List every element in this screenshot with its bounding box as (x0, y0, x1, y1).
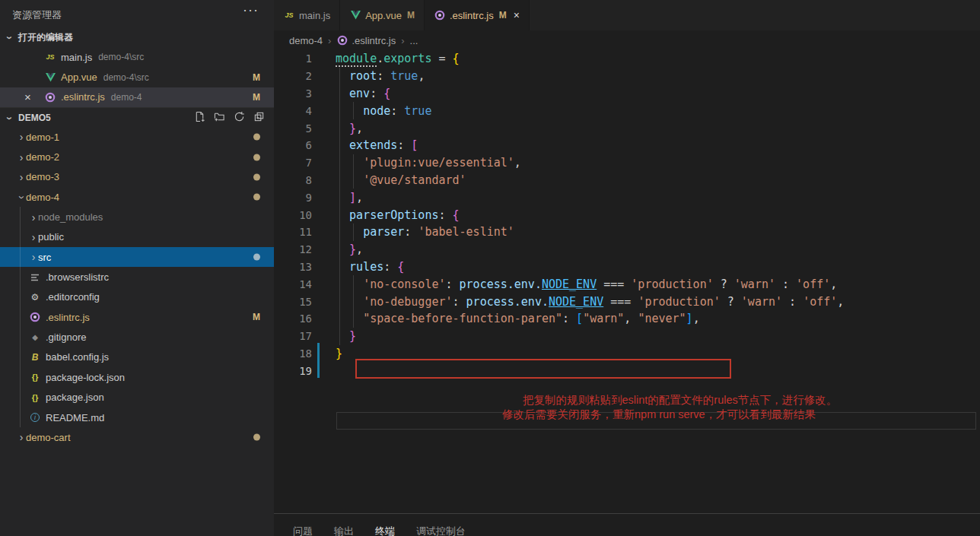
code-line-4[interactable]: 4 node: true (274, 102, 980, 119)
code-line-8[interactable]: 8 '@vue/standard' (274, 172, 980, 189)
chevron-right-icon: › (29, 233, 38, 242)
code-line-9[interactable]: 9 ], (274, 189, 980, 206)
tab-.eslintrc.js[interactable]: .eslintrc.jsM× (425, 0, 530, 30)
code-text: '@vue/standard' (336, 173, 466, 187)
tree-item-demo-cart[interactable]: ›demo-cart (0, 427, 274, 447)
tree-item-src[interactable]: ›src (0, 247, 274, 267)
explorer-actions (194, 111, 265, 122)
tree-item-demo-4[interactable]: ›demo-4 (0, 187, 274, 207)
code-editor[interactable]: 1module.exports = {2 root: true,3 env: {… (274, 50, 980, 513)
tree-item-public[interactable]: ›public (0, 227, 274, 247)
open-editor-item-App.vue[interactable]: App.vuedemo-4\srcM (0, 67, 274, 87)
indent-guide (339, 275, 340, 293)
eslint-icon (44, 91, 56, 103)
open-editors-label: 打开的编辑器 (18, 31, 73, 44)
tree-item-.eslintrc.js[interactable]: .eslintrc.jsM (0, 307, 274, 327)
babel-icon: B (29, 351, 41, 363)
line-number: 6 (274, 139, 336, 151)
open-editor-item-main.js[interactable]: JSmain.jsdemo-4\src (0, 47, 274, 67)
indent-guide (339, 102, 340, 119)
tree-item-demo-2[interactable]: ›demo-2 (0, 147, 274, 167)
code-line-12[interactable]: 12 }, (274, 241, 980, 258)
breadcrumb[interactable]: demo-4›.eslintrc.js›... (274, 30, 980, 50)
new-folder-icon[interactable] (214, 111, 225, 122)
collapse-all-icon[interactable] (253, 111, 265, 122)
tab-main.js[interactable]: JSmain.js (274, 0, 340, 30)
panel-tab-输出[interactable]: 输出 (334, 525, 354, 536)
code-text: parserOptions: { (336, 208, 460, 222)
change-dot-badge (253, 194, 260, 201)
change-dot-badge (253, 434, 260, 441)
indent-guide (339, 293, 340, 310)
change-dot-badge (253, 134, 260, 141)
new-file-icon[interactable] (194, 111, 205, 122)
indent-guide (339, 241, 340, 258)
chevron-right-icon: › (17, 132, 26, 141)
change-dot-badge (253, 254, 260, 261)
code-line-10[interactable]: 10 parserOptions: { (274, 206, 980, 224)
indent-guide (353, 154, 354, 172)
code-line-16[interactable]: 16 "space-before-function-paren": ["warn… (274, 310, 980, 328)
line-number: 13 (274, 261, 336, 273)
js-icon: JS (283, 9, 295, 21)
indent-guide (339, 328, 340, 345)
breadcrumb-item[interactable]: demo-4 (289, 35, 323, 46)
js-icon: JS (44, 51, 56, 63)
tree-item-.gitignore[interactable]: ◆.gitignore (0, 327, 274, 347)
code-line-15[interactable]: 15 'no-debugger': process.env.NODE_ENV =… (274, 293, 980, 310)
close-icon[interactable]: × (24, 90, 31, 103)
tree-item-README.md[interactable]: iREADME.md (0, 408, 274, 427)
close-icon[interactable]: × (514, 9, 520, 21)
file-name: .eslintrc.js (61, 91, 105, 103)
code-line-11[interactable]: 11 parser: 'babel-eslint' (274, 224, 980, 241)
panel-tab-终端[interactable]: 终端 (375, 525, 395, 536)
explorer-title: 资源管理器 (12, 8, 62, 22)
tab-label: App.vue (365, 10, 402, 21)
folder-section-header[interactable]: › DEMO5 (0, 107, 274, 127)
change-dot-badge (253, 154, 260, 160)
code-line-5[interactable]: 5 }, (274, 119, 980, 137)
indent-guide (339, 85, 340, 103)
json-icon: {} (29, 392, 41, 404)
code-line-13[interactable]: 13 rules: { (274, 258, 980, 276)
code-line-14[interactable]: 14 'no-console': process.env.NODE_ENV ==… (274, 275, 980, 293)
tab-App.vue[interactable]: App.vueM (340, 0, 425, 30)
code-text: module.exports = { (336, 52, 460, 65)
tree-item-package.json[interactable]: {}package.json (0, 388, 274, 408)
tree-item-.browserslistrc[interactable]: .browserslistrc (0, 267, 274, 287)
file-path: demo-4\src (98, 52, 144, 62)
indent-guide (339, 68, 340, 85)
breadcrumb-item[interactable]: ... (410, 35, 418, 46)
tree-item-package-lock.json[interactable]: {}package-lock.json (0, 367, 274, 387)
code-line-7[interactable]: 7 'plugin:vue/essential', (274, 154, 980, 172)
panel-tab-调试控制台[interactable]: 调试控制台 (416, 525, 466, 536)
chevron-right-icon: › (17, 153, 26, 162)
tree-item-demo-1[interactable]: ›demo-1 (0, 127, 274, 147)
vscode-window: 资源管理器 ··· › 打开的编辑器 JSmain.jsdemo-4\srcAp… (0, 0, 980, 536)
code-line-17[interactable]: 17 } (274, 328, 980, 345)
chevron-down-icon: › (5, 33, 14, 43)
eslint-icon (434, 9, 446, 21)
line-number: 3 (274, 87, 336, 100)
open-editor-item-.eslintrc.js[interactable]: ×.eslintrc.jsdemo-4M (0, 87, 274, 107)
open-editors-section-header[interactable]: › 打开的编辑器 (0, 27, 274, 47)
refresh-icon[interactable] (234, 111, 245, 122)
code-line-6[interactable]: 6 extends: [ (274, 137, 980, 154)
more-actions-icon[interactable]: ··· (243, 2, 259, 18)
vue-icon (44, 71, 56, 84)
panel-tab-strip: 问题输出终端调试控制台 (274, 514, 980, 536)
tree-item-demo-3[interactable]: ›demo-3 (0, 167, 274, 187)
bottom-panel: 问题输出终端调试控制台 (274, 513, 980, 536)
code-line-2[interactable]: 2 root: true, (274, 68, 980, 85)
breadcrumb-item[interactable]: .eslintrc.js (352, 35, 396, 46)
tree-item-.editorconfig[interactable]: ⚙.editorconfig (0, 287, 274, 307)
line-number: 15 (274, 296, 336, 308)
panel-tab-问题[interactable]: 问题 (293, 525, 313, 536)
tree-item-node_modules[interactable]: ›node_modules (0, 207, 274, 227)
code-line-3[interactable]: 3 env: { (274, 85, 980, 103)
item-name: demo-2 (26, 151, 59, 163)
json-icon: {} (29, 371, 41, 383)
line-number: 1 (274, 52, 336, 65)
code-line-1[interactable]: 1module.exports = { (274, 50, 980, 68)
tree-item-babel.config.js[interactable]: Bbabel.config.js (0, 347, 274, 367)
